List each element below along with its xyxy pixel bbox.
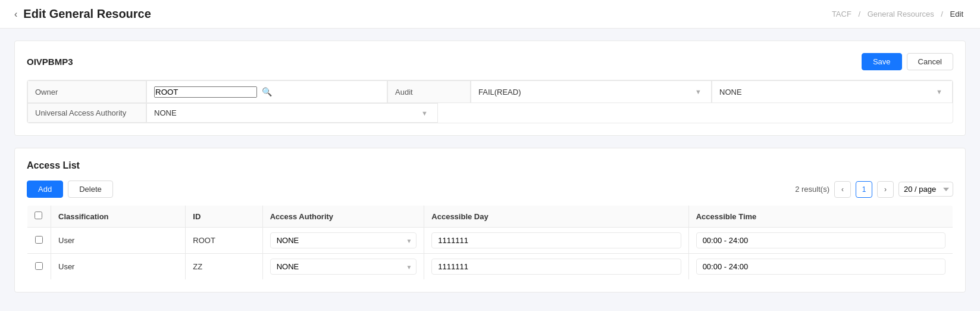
access-list-table: Classification ID Access Authority Acces…: [27, 205, 953, 280]
row-classification-1: User: [51, 254, 186, 280]
pagination-info: 2 result(s) ‹ 1 › 20 / page 50 / page 10…: [795, 181, 953, 198]
audit-second-select[interactable]: NONE ALL READ WRITE: [719, 88, 945, 97]
audit-select[interactable]: FAIL(READ) ALL NONE SUCCESS: [478, 88, 704, 97]
access-authority-select-0[interactable]: NONEREADUPDATECONTROLALTER: [270, 232, 417, 248]
row-checkbox-1[interactable]: [35, 262, 43, 270]
accessible-day-input-0[interactable]: [431, 232, 681, 248]
th-checkbox: [27, 206, 51, 228]
row-checkbox-0[interactable]: [35, 236, 43, 244]
results-count: 2 result(s): [795, 185, 829, 194]
row-id-0: ROOT: [186, 228, 262, 254]
access-authority-wrapper-1: NONEREADUPDATECONTROLALTER ▼: [270, 259, 417, 275]
access-list-title: Access List: [27, 160, 953, 171]
audit-label: Audit: [387, 80, 471, 103]
table-row: User ZZ NONEREADUPDATECONTROLALTER ▼: [27, 254, 953, 280]
row-access-authority-0: NONEREADUPDATECONTROLALTER ▼: [262, 228, 424, 254]
page-title: Edit General Resource: [23, 7, 151, 21]
row-accessible-day-0: [424, 228, 688, 254]
audit-second-select-wrapper: NONE ALL READ WRITE ▼: [719, 88, 945, 97]
access-list-actions: Add Delete: [27, 181, 113, 198]
audit-select-wrapper: FAIL(READ) ALL NONE SUCCESS ▼: [478, 88, 704, 97]
current-page-button[interactable]: 1: [856, 181, 872, 198]
th-access-authority: Access Authority: [262, 206, 424, 228]
resource-name: OIVPBMP3: [27, 57, 73, 67]
row-checkbox-cell: [27, 254, 51, 280]
page-header: ‹ Edit General Resource TACF / General R…: [0, 0, 980, 29]
form-fields: Owner 🔍 Audit FAIL(READ) ALL NONE SUCCES…: [27, 80, 953, 123]
th-classification: Classification: [51, 206, 186, 228]
owner-input[interactable]: [154, 86, 257, 98]
row-classification-0: User: [51, 228, 186, 254]
header-left: ‹ Edit General Resource: [14, 7, 151, 21]
accessible-time-input-1[interactable]: [696, 259, 945, 275]
accessible-time-input-0[interactable]: [696, 232, 945, 248]
table-row: User ROOT NONEREADUPDATECONTROLALTER ▼: [27, 228, 953, 254]
access-list-card: Access List Add Delete 2 result(s) ‹ 1 ›…: [14, 148, 966, 293]
universal-access-label: Universal Access Authority: [27, 103, 146, 123]
back-button[interactable]: ‹: [14, 9, 17, 20]
access-authority-wrapper-0: NONEREADUPDATECONTROLALTER ▼: [270, 232, 417, 248]
row-accessible-day-1: [424, 254, 688, 280]
add-button[interactable]: Add: [27, 181, 63, 198]
th-accessible-day: Accessible Day: [424, 206, 688, 228]
select-all-checkbox[interactable]: [35, 212, 42, 219]
access-list-header: Add Delete 2 result(s) ‹ 1 › 20 / page 5…: [27, 181, 953, 198]
row-access-authority-1: NONEREADUPDATECONTROLALTER ▼: [262, 254, 424, 280]
breadcrumb-tacf[interactable]: TACF: [832, 10, 851, 18]
card-header: OIVPBMP3 Save Cancel: [27, 53, 953, 70]
breadcrumb-general-resources[interactable]: General Resources: [868, 10, 934, 18]
universal-access-select[interactable]: NONE READ UPDATE CONTROL ALTER: [154, 108, 430, 117]
audit-second-value-cell: NONE ALL READ WRITE ▼: [712, 80, 953, 103]
owner-value-cell: 🔍: [146, 80, 387, 103]
save-button[interactable]: Save: [862, 53, 902, 70]
breadcrumb: TACF / General Resources / Edit: [829, 10, 966, 18]
table-header-row: Classification ID Access Authority Acces…: [27, 206, 953, 228]
row-checkbox-cell: [27, 228, 51, 254]
next-page-button[interactable]: ›: [877, 181, 894, 198]
row-accessible-time-0: [688, 228, 953, 254]
form-row-1: Owner 🔍 Audit FAIL(READ) ALL NONE SUCCES…: [27, 80, 953, 103]
prev-page-button[interactable]: ‹: [834, 181, 851, 198]
th-accessible-time: Accessible Time: [688, 206, 953, 228]
form-row-2: Universal Access Authority NONE READ UPD…: [27, 103, 953, 123]
audit-value-cell: FAIL(READ) ALL NONE SUCCESS ▼: [471, 80, 712, 103]
card-actions: Save Cancel: [862, 53, 953, 70]
access-authority-select-1[interactable]: NONEREADUPDATECONTROLALTER: [270, 259, 417, 275]
cancel-button[interactable]: Cancel: [907, 53, 953, 70]
th-id: ID: [186, 206, 262, 228]
accessible-day-input-1[interactable]: [431, 259, 681, 275]
owner-search-icon[interactable]: 🔍: [261, 86, 273, 98]
row-accessible-time-1: [688, 254, 953, 280]
row-id-1: ZZ: [186, 254, 262, 280]
universal-access-value-cell: NONE READ UPDATE CONTROL ALTER ▼: [146, 103, 438, 123]
delete-button[interactable]: Delete: [68, 181, 113, 198]
page-size-select[interactable]: 20 / page 50 / page 100 / page: [898, 182, 953, 197]
universal-access-select-wrapper: NONE READ UPDATE CONTROL ALTER ▼: [154, 108, 430, 117]
breadcrumb-edit: Edit: [950, 10, 963, 18]
main-content: OIVPBMP3 Save Cancel Owner 🔍 Audit FA: [0, 29, 980, 311]
resource-card: OIVPBMP3 Save Cancel Owner 🔍 Audit FA: [14, 41, 966, 136]
owner-label: Owner: [27, 80, 146, 103]
